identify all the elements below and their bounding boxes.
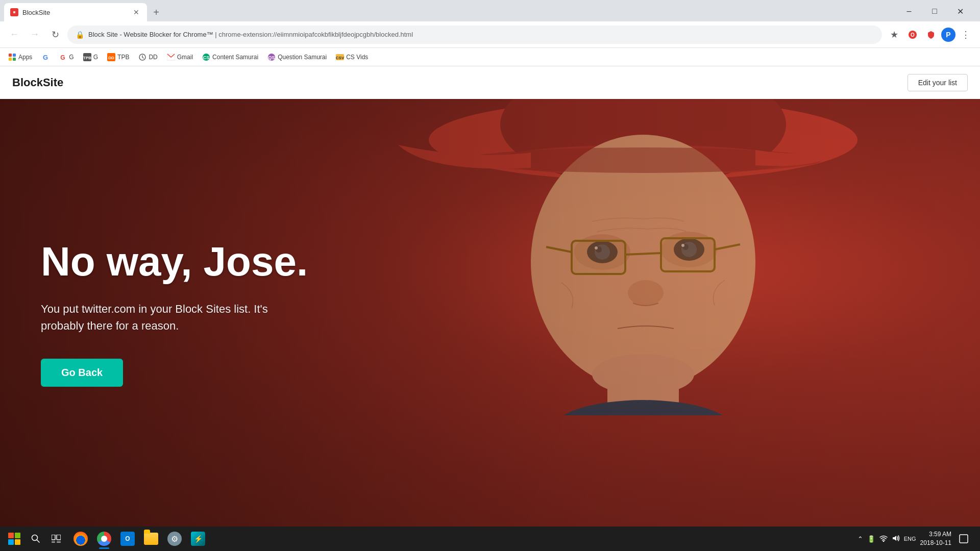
- taskbar-search-button[interactable]: [27, 530, 45, 548]
- address-url: | chrome-extension://eiimnmioipafcokbfik…: [215, 31, 413, 38]
- browser-frame: BlockSite ✕ + – □ ✕ ← → ↻ 🔒 Block Site -…: [0, 0, 980, 551]
- cs-vids-label: CS Vids: [346, 54, 368, 61]
- blocked-title: No way, Jose.: [41, 239, 498, 284]
- go-back-button[interactable]: Go Back: [41, 359, 123, 387]
- tab-title: BlockSite: [22, 9, 128, 16]
- volume-icon[interactable]: [892, 535, 900, 543]
- bookmark-content-samurai[interactable]: CS Content Samurai: [198, 51, 262, 63]
- logo-rest: Site: [43, 76, 63, 89]
- bookmarks-bar: Apps G G G TPB G: [0, 48, 980, 66]
- tpb-label: G: [93, 54, 98, 61]
- gmail-label: Gmail: [177, 54, 193, 61]
- bookmark-question-samurai[interactable]: QS Question Samurai: [263, 51, 331, 63]
- svg-text:CS: CS: [203, 55, 210, 60]
- settings-icon: ⚙: [167, 532, 182, 546]
- google-icon-1: G: [41, 53, 50, 61]
- svg-text:O: O: [911, 32, 915, 38]
- address-bar[interactable]: 🔒 Block Site - Website Blocker for Chrom…: [67, 26, 882, 44]
- close-window-button[interactable]: ✕: [948, 3, 972, 19]
- outlook-icon: O: [120, 532, 135, 546]
- task-view-button[interactable]: [47, 530, 65, 548]
- opera-icon-button[interactable]: O: [904, 27, 921, 43]
- back-button[interactable]: ←: [6, 27, 22, 43]
- site-name: Block Site - Website Blocker for Chrome™: [88, 31, 213, 38]
- svg-text:G: G: [43, 54, 48, 61]
- hero-content: No way, Jose. You put twitter.com in you…: [0, 99, 539, 527]
- taskbar-outlook[interactable]: O: [116, 528, 139, 550]
- taskbar-chrome[interactable]: [93, 528, 115, 550]
- bookmark-apps[interactable]: Apps: [4, 51, 36, 63]
- question-samurai-icon: QS: [267, 53, 276, 61]
- notification-button[interactable]: [955, 531, 972, 547]
- bookmark-cs-vids[interactable]: CSV CS Vids: [332, 51, 372, 63]
- custom-app-icon: ⚡: [191, 532, 205, 546]
- taskbar-firefox[interactable]: [69, 528, 92, 550]
- blocked-hero-section: No way, Jose. You put twitter.com in you…: [0, 99, 980, 527]
- apps-label: Apps: [18, 54, 32, 61]
- nav-actions: ★ O P ⋮: [886, 27, 974, 43]
- bookmark-dd[interactable]: DD TPB: [103, 51, 133, 63]
- svg-line-44: [37, 540, 39, 542]
- question-samurai-label: Question Samurai: [278, 54, 327, 61]
- taskbar-file-explorer[interactable]: [140, 528, 162, 550]
- tray-chevron[interactable]: ⌃: [857, 535, 863, 543]
- menu-button[interactable]: ⋮: [958, 27, 974, 43]
- blocked-message: You put twitter.com in your Block Sites …: [41, 300, 296, 334]
- window-controls: – □ ✕: [897, 3, 976, 19]
- svg-rect-48: [57, 541, 61, 543]
- svg-rect-4: [13, 54, 16, 57]
- minimize-button[interactable]: –: [897, 3, 921, 19]
- navigation-bar: ← → ↻ 🔒 Block Site - Website Blocker for…: [0, 21, 980, 48]
- battery-icon[interactable]: 🔋: [867, 535, 875, 543]
- tpb-icon: TPB: [83, 53, 91, 61]
- lang-label[interactable]: ENG: [904, 536, 916, 542]
- content-samurai-label: Content Samurai: [212, 54, 258, 61]
- refresh-button[interactable]: ↻: [47, 27, 63, 43]
- new-tab-button[interactable]: +: [149, 5, 163, 19]
- svg-text:DD: DD: [108, 56, 114, 60]
- blocksite-logo: BlockSite: [12, 76, 63, 89]
- win-square-2: [15, 533, 20, 538]
- win-square-3: [8, 539, 14, 545]
- bookmark-tpb[interactable]: TPB G: [79, 51, 102, 63]
- svg-rect-5: [9, 58, 12, 61]
- bookmark-google-1[interactable]: G: [37, 51, 54, 63]
- bookmark-clear-cookies[interactable]: DD: [134, 51, 161, 63]
- svg-text:QS: QS: [268, 55, 275, 60]
- tab-close-button[interactable]: ✕: [132, 8, 141, 17]
- system-tray: ⌃ 🔋 ENG 3:59 AM 2018-10: [853, 530, 976, 547]
- logo-bold: Block: [12, 76, 43, 89]
- taskbar-apps: O ⚙ ⚡: [69, 528, 209, 550]
- maximize-button[interactable]: □: [923, 3, 946, 19]
- clock-date: 2018-10-11: [920, 539, 951, 547]
- forward-button[interactable]: →: [27, 27, 43, 43]
- start-button[interactable]: [4, 529, 24, 549]
- taskbar-settings[interactable]: ⚙: [163, 528, 186, 550]
- clear-cookies-icon: [138, 53, 146, 61]
- bookmark-star-button[interactable]: ★: [886, 27, 902, 43]
- blocksite-header: BlockSite Edit your list: [0, 66, 980, 99]
- wifi-icon[interactable]: [879, 535, 888, 543]
- win-square-1: [8, 533, 14, 538]
- windows-logo-icon: [8, 533, 20, 545]
- bookmark-google-2[interactable]: G G: [55, 51, 78, 63]
- svg-text:G: G: [61, 54, 65, 61]
- svg-rect-45: [52, 535, 55, 540]
- svg-text:CSV: CSV: [336, 56, 344, 60]
- shield-button[interactable]: [923, 27, 939, 43]
- google-icon-2: G: [59, 53, 67, 61]
- bookmark-gmail[interactable]: Gmail: [163, 51, 197, 63]
- firefox-icon: [74, 532, 88, 546]
- svg-rect-46: [57, 535, 61, 540]
- system-clock[interactable]: 3:59 AM 2018-10-11: [920, 530, 951, 547]
- active-tab[interactable]: BlockSite ✕: [4, 3, 147, 21]
- svg-text:TPB: TPB: [83, 56, 91, 60]
- dd-label: TPB: [117, 54, 129, 61]
- svg-rect-47: [52, 541, 55, 543]
- apps-icon: [8, 53, 16, 61]
- edit-list-button[interactable]: Edit your list: [908, 74, 968, 91]
- dd-icon: DD: [107, 53, 115, 61]
- user-avatar[interactable]: P: [941, 28, 955, 42]
- taskbar-custom-app[interactable]: ⚡: [187, 528, 209, 550]
- clear-cookies-label: DD: [149, 54, 157, 61]
